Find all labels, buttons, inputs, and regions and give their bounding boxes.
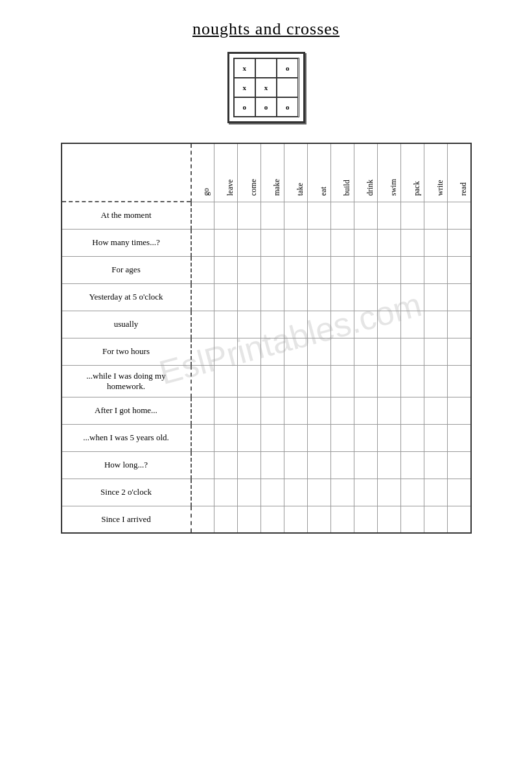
grid-cell-r0-c8[interactable]: [378, 202, 401, 229]
grid-cell-r0-c1[interactable]: [214, 202, 238, 229]
grid-cell-r6-c2[interactable]: [238, 365, 261, 397]
grid-cell-r10-c2[interactable]: [238, 479, 261, 506]
grid-cell-r4-c6[interactable]: [331, 311, 354, 338]
grid-cell-r7-c8[interactable]: [378, 397, 401, 424]
grid-cell-r9-c5[interactable]: [308, 451, 331, 479]
grid-cell-r10-c8[interactable]: [378, 479, 401, 506]
grid-cell-r5-c9[interactable]: [401, 338, 424, 365]
grid-cell-r7-c3[interactable]: [261, 397, 284, 424]
grid-cell-r11-c11[interactable]: [448, 506, 471, 533]
grid-cell-r10-c11[interactable]: [448, 479, 471, 506]
grid-cell-r0-c11[interactable]: [448, 202, 471, 229]
grid-cell-r11-c9[interactable]: [401, 506, 424, 533]
grid-cell-r7-c5[interactable]: [308, 397, 331, 424]
grid-cell-r2-c7[interactable]: [354, 256, 378, 283]
grid-cell-r7-c11[interactable]: [448, 397, 471, 424]
grid-cell-r9-c0[interactable]: [191, 451, 214, 479]
grid-cell-r11-c6[interactable]: [331, 506, 354, 533]
grid-cell-r4-c10[interactable]: [424, 311, 448, 338]
grid-cell-r0-c10[interactable]: [424, 202, 448, 229]
grid-cell-r9-c1[interactable]: [214, 451, 238, 479]
grid-cell-r1-c10[interactable]: [424, 229, 448, 256]
grid-cell-r6-c7[interactable]: [354, 365, 378, 397]
grid-cell-r1-c11[interactable]: [448, 229, 471, 256]
grid-cell-r7-c10[interactable]: [424, 397, 448, 424]
grid-cell-r5-c11[interactable]: [448, 338, 471, 365]
grid-cell-r4-c3[interactable]: [261, 311, 284, 338]
grid-cell-r0-c2[interactable]: [238, 202, 261, 229]
grid-cell-r11-c7[interactable]: [354, 506, 378, 533]
grid-cell-r4-c5[interactable]: [308, 311, 331, 338]
grid-cell-r8-c6[interactable]: [331, 424, 354, 451]
grid-cell-r4-c2[interactable]: [238, 311, 261, 338]
grid-cell-r8-c7[interactable]: [354, 424, 378, 451]
grid-cell-r1-c9[interactable]: [401, 229, 424, 256]
grid-cell-r5-c2[interactable]: [238, 338, 261, 365]
grid-cell-r3-c0[interactable]: [191, 283, 214, 311]
grid-cell-r4-c8[interactable]: [378, 311, 401, 338]
grid-cell-r6-c4[interactable]: [284, 365, 308, 397]
grid-cell-r11-c2[interactable]: [238, 506, 261, 533]
grid-cell-r11-c0[interactable]: [191, 506, 214, 533]
grid-cell-r2-c6[interactable]: [331, 256, 354, 283]
grid-cell-r7-c4[interactable]: [284, 397, 308, 424]
grid-cell-r9-c11[interactable]: [448, 451, 471, 479]
grid-cell-r5-c6[interactable]: [331, 338, 354, 365]
grid-cell-r10-c1[interactable]: [214, 479, 238, 506]
grid-cell-r2-c5[interactable]: [308, 256, 331, 283]
grid-cell-r8-c5[interactable]: [308, 424, 331, 451]
grid-cell-r8-c11[interactable]: [448, 424, 471, 451]
grid-cell-r0-c3[interactable]: [261, 202, 284, 229]
grid-cell-r6-c5[interactable]: [308, 365, 331, 397]
grid-cell-r1-c1[interactable]: [214, 229, 238, 256]
grid-cell-r3-c3[interactable]: [261, 283, 284, 311]
grid-cell-r4-c11[interactable]: [448, 311, 471, 338]
grid-cell-r2-c1[interactable]: [214, 256, 238, 283]
grid-cell-r11-c1[interactable]: [214, 506, 238, 533]
grid-cell-r1-c0[interactable]: [191, 229, 214, 256]
grid-cell-r2-c2[interactable]: [238, 256, 261, 283]
grid-cell-r1-c7[interactable]: [354, 229, 378, 256]
grid-cell-r5-c5[interactable]: [308, 338, 331, 365]
grid-cell-r2-c9[interactable]: [401, 256, 424, 283]
grid-cell-r10-c9[interactable]: [401, 479, 424, 506]
grid-cell-r4-c0[interactable]: [191, 311, 214, 338]
grid-cell-r3-c6[interactable]: [331, 283, 354, 311]
grid-cell-r5-c10[interactable]: [424, 338, 448, 365]
grid-cell-r3-c11[interactable]: [448, 283, 471, 311]
grid-cell-r7-c2[interactable]: [238, 397, 261, 424]
grid-cell-r10-c7[interactable]: [354, 479, 378, 506]
grid-cell-r0-c5[interactable]: [308, 202, 331, 229]
grid-cell-r1-c6[interactable]: [331, 229, 354, 256]
grid-cell-r5-c1[interactable]: [214, 338, 238, 365]
grid-cell-r2-c3[interactable]: [261, 256, 284, 283]
grid-cell-r7-c0[interactable]: [191, 397, 214, 424]
grid-cell-r4-c9[interactable]: [401, 311, 424, 338]
grid-cell-r9-c10[interactable]: [424, 451, 448, 479]
grid-cell-r5-c0[interactable]: [191, 338, 214, 365]
grid-cell-r11-c8[interactable]: [378, 506, 401, 533]
grid-cell-r10-c6[interactable]: [331, 479, 354, 506]
grid-cell-r6-c3[interactable]: [261, 365, 284, 397]
grid-cell-r5-c3[interactable]: [261, 338, 284, 365]
grid-cell-r6-c1[interactable]: [214, 365, 238, 397]
grid-cell-r2-c11[interactable]: [448, 256, 471, 283]
grid-cell-r5-c4[interactable]: [284, 338, 308, 365]
grid-cell-r1-c8[interactable]: [378, 229, 401, 256]
grid-cell-r1-c4[interactable]: [284, 229, 308, 256]
grid-cell-r10-c4[interactable]: [284, 479, 308, 506]
grid-cell-r3-c4[interactable]: [284, 283, 308, 311]
grid-cell-r8-c1[interactable]: [214, 424, 238, 451]
grid-cell-r2-c8[interactable]: [378, 256, 401, 283]
grid-cell-r11-c4[interactable]: [284, 506, 308, 533]
grid-cell-r2-c4[interactable]: [284, 256, 308, 283]
grid-cell-r7-c6[interactable]: [331, 397, 354, 424]
grid-cell-r9-c3[interactable]: [261, 451, 284, 479]
grid-cell-r2-c10[interactable]: [424, 256, 448, 283]
grid-cell-r9-c2[interactable]: [238, 451, 261, 479]
grid-cell-r0-c0[interactable]: [191, 202, 214, 229]
grid-cell-r8-c10[interactable]: [424, 424, 448, 451]
grid-cell-r3-c5[interactable]: [308, 283, 331, 311]
grid-cell-r8-c2[interactable]: [238, 424, 261, 451]
grid-cell-r11-c5[interactable]: [308, 506, 331, 533]
